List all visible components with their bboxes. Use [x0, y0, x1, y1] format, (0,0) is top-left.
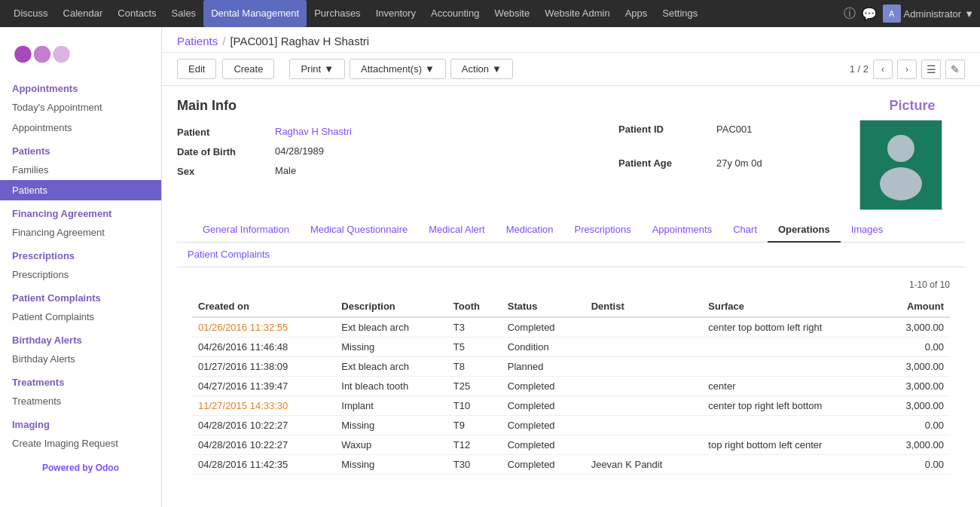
cell-description: Missing	[335, 455, 447, 475]
admin-menu[interactable]: A Administrator ▼	[883, 5, 974, 23]
cell-amount: 0.00	[879, 416, 950, 435]
help-icon[interactable]: ⓘ	[844, 6, 856, 22]
nav-item-dental[interactable]: Dental Management	[203, 0, 307, 27]
print-button[interactable]: Print ▼	[289, 59, 345, 79]
sidebar-item-treatments[interactable]: Treatments	[0, 391, 161, 411]
nav-item-purchases[interactable]: Purchases	[307, 0, 368, 27]
field-patient-value[interactable]: Raghav H Shastri	[275, 126, 352, 137]
tab-medical-alert[interactable]: Medical Alert	[418, 218, 495, 243]
picture-section: Picture	[859, 98, 965, 210]
tab-general-info[interactable]: General Information	[192, 218, 300, 243]
attachments-button[interactable]: Attachment(s) ▼	[350, 59, 446, 79]
cell-created-on[interactable]: 04/28/2016 10:22:27	[192, 435, 335, 455]
cell-dentist: Jeevan K Pandit	[585, 455, 703, 475]
cell-status: Completed	[502, 435, 585, 455]
tab-medical-questionnaire[interactable]: Medical Questionnaire	[300, 218, 418, 243]
tab-operations[interactable]: Operations	[768, 218, 841, 243]
sidebar-item-prescriptions[interactable]: Prescriptions	[0, 264, 161, 285]
admin-label: Administrator	[904, 8, 962, 20]
sidebar-item-appointments[interactable]: Appointments	[0, 118, 161, 138]
main-content: Patients / [PAC001] Raghav H Shastri Edi…	[162, 27, 980, 507]
nav-item-website[interactable]: Website	[487, 0, 537, 27]
nav-item-contacts[interactable]: Contacts	[110, 0, 163, 27]
field-patient-label: Patient	[177, 126, 275, 138]
col-description[interactable]: Description	[335, 296, 447, 317]
tab-patient-complaints[interactable]: Patient Complaints	[177, 243, 280, 267]
cell-description: Missing	[335, 337, 447, 357]
cell-description: Implant	[335, 396, 447, 416]
field-patient-id-value: PAC001	[716, 124, 752, 135]
edit-view-button[interactable]: ✎	[945, 60, 965, 79]
picture-title: Picture	[859, 98, 965, 114]
sidebar-powered: Powered by Odoo	[0, 454, 161, 482]
record-fields-left: Main Info Patient Raghav H Shastri Date …	[177, 98, 603, 210]
record-body: Main Info Patient Raghav H Shastri Date …	[162, 86, 980, 496]
breadcrumb-parent[interactable]: Patients	[177, 35, 218, 47]
sidebar-item-patients[interactable]: Patients	[0, 180, 161, 200]
prev-button[interactable]: ‹	[873, 60, 893, 79]
nav-item-sales[interactable]: Sales	[164, 0, 204, 27]
nav-item-accounting[interactable]: Accounting	[423, 0, 487, 27]
cell-tooth: T3	[447, 317, 502, 337]
chat-icon[interactable]: 💬	[862, 7, 877, 21]
cell-surface: top right bottom left center	[702, 435, 879, 455]
field-patient-age-label: Patient Age	[618, 157, 716, 169]
cell-status: Completed	[502, 416, 585, 435]
sidebar-item-families[interactable]: Families	[0, 160, 161, 180]
nav-item-website-admin[interactable]: Website Admin	[537, 0, 617, 27]
col-amount[interactable]: Amount	[879, 296, 950, 317]
pagination-info: 1 / 2	[850, 63, 869, 75]
sidebar-section-financing: Financing Agreement	[0, 200, 161, 222]
table-pagination-info: 1-10 of 10	[909, 279, 950, 290]
cell-status: Planned	[502, 357, 585, 377]
cell-description: Ext bleach arch	[335, 357, 447, 377]
svg-point-3	[887, 135, 914, 162]
table-pagination-header: 1-10 of 10	[192, 276, 950, 296]
sidebar-item-create-imaging[interactable]: Create Imaging Request	[0, 433, 161, 454]
tab-appointments[interactable]: Appointments	[642, 218, 723, 243]
cell-created-on[interactable]: 01/27/2016 11:38:09	[192, 357, 335, 377]
cell-created-on[interactable]: 11/27/2015 14:33:30	[192, 396, 335, 416]
col-status[interactable]: Status	[502, 296, 585, 317]
operations-table: Created on Description Tooth Status Dent…	[192, 296, 950, 475]
sidebar-section-patient-complaints: Patient Complaints	[0, 285, 161, 307]
cell-amount: 0.00	[879, 455, 950, 475]
nav-item-settings[interactable]: Settings	[655, 0, 705, 27]
table-row: 04/28/2016 10:22:27MissingT9Completed0.0…	[192, 416, 950, 435]
next-button[interactable]: ›	[897, 60, 917, 79]
cell-amount: 3,000.00	[879, 435, 950, 455]
nav-item-inventory[interactable]: Inventory	[368, 0, 423, 27]
tab-medication[interactable]: Medication	[496, 218, 564, 243]
field-patient-age-value: 27y 0m 0d	[716, 157, 762, 169]
col-created-on[interactable]: Created on	[192, 296, 335, 317]
tab-images[interactable]: Images	[841, 218, 894, 243]
cell-surface	[702, 455, 879, 475]
col-dentist[interactable]: Dentist	[585, 296, 703, 317]
field-dob-label: Date of Birth	[177, 145, 275, 157]
cell-created-on[interactable]: 01/26/2016 11:32:55	[192, 317, 335, 337]
cell-created-on[interactable]: 04/27/2016 11:39:47	[192, 377, 335, 396]
list-view-button[interactable]: ☰	[921, 60, 941, 79]
sidebar-item-financing-agreement[interactable]: Financing Agreement	[0, 222, 161, 243]
sidebar-item-todays-appointment[interactable]: Today's Appointment	[0, 97, 161, 118]
tab-chart[interactable]: Chart	[722, 218, 768, 243]
nav-item-calendar[interactable]: Calendar	[56, 0, 111, 27]
patient-avatar[interactable]	[859, 120, 942, 210]
cell-created-on[interactable]: 04/28/2016 10:22:27	[192, 416, 335, 435]
create-button[interactable]: Create	[222, 59, 274, 79]
sidebar-section-imaging: Imaging	[0, 411, 161, 433]
tab-prescriptions[interactable]: Prescriptions	[564, 218, 642, 243]
nav-item-discuss[interactable]: Discuss	[6, 0, 56, 27]
cell-created-on[interactable]: 04/28/2016 11:42:35	[192, 455, 335, 475]
edit-button[interactable]: Edit	[177, 59, 216, 79]
cell-tooth: T30	[447, 455, 502, 475]
col-tooth[interactable]: Tooth	[447, 296, 502, 317]
cell-description: Waxup	[335, 435, 447, 455]
sidebar-item-patient-complaints[interactable]: Patient Complaints	[0, 307, 161, 327]
admin-chevron-icon: ▼	[964, 8, 974, 20]
nav-item-apps[interactable]: Apps	[618, 0, 655, 27]
sidebar-item-birthday-alerts[interactable]: Birthday Alerts	[0, 349, 161, 369]
cell-created-on[interactable]: 04/26/2016 11:46:48	[192, 337, 335, 357]
action-button[interactable]: Action ▼	[450, 59, 513, 79]
col-surface[interactable]: Surface	[702, 296, 879, 317]
